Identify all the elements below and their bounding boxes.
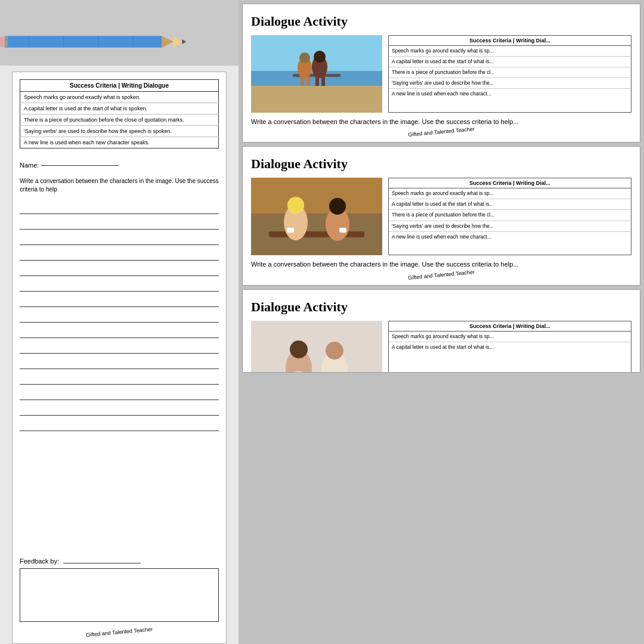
svg-rect-31 xyxy=(287,228,294,233)
side-criteria-2-1: Speech marks go around exactly what is s… xyxy=(389,188,631,199)
writing-line[interactable] xyxy=(20,276,219,292)
activity-card-3: Dialogue Activity xyxy=(242,289,640,373)
svg-point-16 xyxy=(299,52,310,63)
svg-point-35 xyxy=(290,340,308,358)
writing-prompt: Write a conversation between the charact… xyxy=(20,177,219,194)
activity-title-3: Dialogue Activity xyxy=(251,299,631,315)
feedback-label: Feedback by: xyxy=(20,558,219,565)
svg-point-37 xyxy=(326,342,343,360)
activity-body-2: Success Criteria | Writing Dial... Speec… xyxy=(251,178,631,255)
table-header: Success Criteria | Writing Dialogue xyxy=(20,80,219,92)
criteria-side-1: Success Criteria | Writing Dial... Speec… xyxy=(388,35,631,113)
writing-line[interactable] xyxy=(20,307,219,323)
activity-body-3: Success Criteria | Writing Dial... Speec… xyxy=(251,321,631,373)
svg-rect-21 xyxy=(315,77,319,86)
activity-image-office xyxy=(251,321,382,373)
svg-rect-24 xyxy=(251,178,382,213)
criteria-item-3: There is a piece of punctuation before t… xyxy=(20,114,219,126)
activity-card-1: Dialogue Activity xyxy=(242,4,640,143)
writing-line[interactable] xyxy=(20,385,219,400)
side-header-3: Success Criteria | Writing Dial... xyxy=(389,321,631,332)
activity-image-cafe xyxy=(251,178,382,255)
side-criteria-1-5: A new line is used when each new charact… xyxy=(389,89,631,100)
writing-line[interactable] xyxy=(20,354,219,369)
side-criteria-2-5: A new line is used when each new charact… xyxy=(389,231,631,242)
writing-line[interactable] xyxy=(20,416,219,431)
svg-rect-19 xyxy=(301,77,304,86)
writing-lines xyxy=(20,199,219,552)
side-criteria-2-4: 'Saying verbs' are used to describe how … xyxy=(389,221,631,231)
feedback-section: Feedback by: xyxy=(20,558,219,622)
svg-rect-22 xyxy=(321,77,325,86)
side-criteria-2-3: There is a piece of punctuation before t… xyxy=(389,210,631,221)
writing-line[interactable] xyxy=(20,323,219,338)
criteria-item-2: A capital letter is used at the start of… xyxy=(20,103,219,114)
svg-point-30 xyxy=(329,198,346,215)
svg-point-28 xyxy=(288,197,304,213)
writing-line[interactable] xyxy=(20,245,219,261)
pencil-icon xyxy=(0,30,191,54)
criteria-side-2: Success Criteria | Writing Dial... Speec… xyxy=(388,178,631,255)
criteria-side-3: Success Criteria | Writing Dial... Speec… xyxy=(388,321,631,373)
watermark-right-1: Gifted and Talented Teacher xyxy=(408,126,475,138)
name-field: Name: xyxy=(20,162,219,169)
pencil-area xyxy=(0,0,239,66)
worksheet-card: Success Criteria | Writing Dialogue Spee… xyxy=(12,72,227,644)
watermark-right-2: Gifted and Talented Teacher xyxy=(408,269,475,281)
side-criteria-1-2: A capital letter is used at the start of… xyxy=(389,57,631,67)
svg-rect-20 xyxy=(306,77,310,86)
writing-line[interactable] xyxy=(20,400,219,416)
svg-rect-13 xyxy=(251,86,382,113)
side-criteria-3-2: A capital letter is used at the start of… xyxy=(389,342,631,352)
writing-line[interactable] xyxy=(20,199,219,214)
right-panel: Dialogue Activity xyxy=(239,0,644,644)
svg-marker-10 xyxy=(182,39,186,44)
side-criteria-2-2: A capital letter is used at the start of… xyxy=(389,199,631,210)
svg-rect-32 xyxy=(339,228,346,233)
svg-rect-33 xyxy=(251,321,382,373)
left-panel: Success Criteria | Writing Dialogue Spee… xyxy=(0,0,239,644)
feedback-underline[interactable] xyxy=(63,563,141,564)
criteria-item-5: A new line is used when each new charact… xyxy=(20,137,219,148)
writing-line[interactable] xyxy=(20,214,219,230)
side-criteria-1-4: 'Saying verbs' are used to describe how … xyxy=(389,78,631,89)
writing-line[interactable] xyxy=(20,338,219,354)
svg-marker-9 xyxy=(174,36,182,47)
name-label: Name: xyxy=(20,162,39,169)
activity-image-beach xyxy=(251,35,382,113)
writing-line[interactable] xyxy=(20,292,219,307)
activity-prompt-2: Write a conversation between the charact… xyxy=(251,260,631,269)
name-underline[interactable] xyxy=(41,165,119,166)
feedback-box[interactable] xyxy=(20,568,219,622)
activity-body-1: Success Criteria | Writing Dial... Speec… xyxy=(251,35,631,113)
writing-line[interactable] xyxy=(20,230,219,245)
success-criteria-table: Success Criteria | Writing Dialogue Spee… xyxy=(20,79,219,148)
svg-rect-2 xyxy=(5,36,162,47)
side-criteria-3-1: Speech marks go around exactly what is s… xyxy=(389,331,631,342)
writing-line[interactable] xyxy=(20,369,219,385)
activity-card-2: Dialogue Activity xyxy=(242,146,640,285)
svg-rect-25 xyxy=(269,231,364,237)
activity-prompt-1: Write a conversation between the charact… xyxy=(251,117,631,126)
side-header-2: Success Criteria | Writing Dial... xyxy=(389,178,631,188)
criteria-item-1: Speech marks go around exactly what is s… xyxy=(20,92,219,103)
watermark-left: Gifted and Talented Teacher xyxy=(86,626,153,638)
side-criteria-1-3: There is a piece of punctuation before t… xyxy=(389,67,631,78)
criteria-item-4: 'Saying verbs' are used to describe how … xyxy=(20,126,219,137)
side-criteria-1-1: Speech marks go around exactly what is s… xyxy=(389,46,631,57)
right-panel-scroll: Dialogue Activity xyxy=(242,0,644,644)
side-header-1: Success Criteria | Writing Dial... xyxy=(389,36,631,46)
activity-title-1: Dialogue Activity xyxy=(251,14,631,29)
svg-marker-3 xyxy=(162,36,173,47)
writing-line[interactable] xyxy=(20,261,219,276)
svg-point-18 xyxy=(314,51,326,63)
activity-title-2: Dialogue Activity xyxy=(251,156,631,172)
svg-rect-4 xyxy=(4,36,8,47)
